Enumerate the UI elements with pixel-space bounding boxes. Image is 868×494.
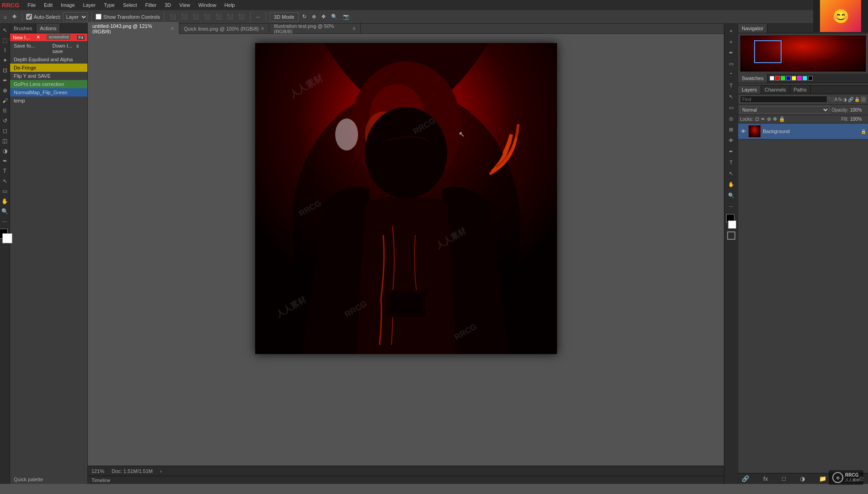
align-center-v-btn[interactable]: ⬛ [214,13,224,21]
eyedropper-tool[interactable]: ✒ [0,76,10,85]
rstrip-icon-6[interactable]: ▭ [726,102,736,113]
menu-select[interactable]: Select [119,1,141,9]
gradient-tool[interactable]: ◫ [0,136,10,145]
menu-help[interactable]: Help [221,1,239,9]
lock-paint-btn[interactable]: ✒ [761,116,765,122]
move-tool-button[interactable]: ✥ [11,13,18,21]
close-tab-3[interactable]: ✕ [352,26,356,31]
rstrip-icon-3[interactable]: ⌃ [726,70,736,80]
tab-navigator[interactable]: Navigator [738,24,767,33]
rotate-3d-btn[interactable]: ↻ [300,13,308,21]
filter-effect-icon[interactable]: fx [838,97,842,102]
swatch-red[interactable] [775,76,780,81]
zoom-tool[interactable]: 🔍 [0,207,10,216]
clone-tool[interactable]: ⎘ [0,106,10,115]
rstrip-icon-8[interactable]: ⊞ [726,124,736,134]
bg-color-strip[interactable] [728,220,736,229]
more-options-btn[interactable]: ··· [254,13,262,21]
more-tools[interactable]: ··· [0,217,10,226]
swatch-yellow[interactable] [792,76,796,81]
rstrip-icon-15[interactable]: ··· [726,201,736,211]
add-effect-btn[interactable]: fx [761,475,770,483]
history-brush[interactable]: ↺ [0,116,10,125]
tab-untitled-1043[interactable]: untitled-1043.png @ 121% (RGB/8) ✕ [88,22,179,36]
swatch-cyan[interactable] [803,76,807,81]
rstrip-icon-4[interactable]: T [726,81,736,91]
collapse-strip-btn[interactable]: « [726,26,736,36]
tab-channels[interactable]: Channels [761,86,790,94]
background-color[interactable] [2,233,12,243]
menu-3d[interactable]: 3D [161,1,175,9]
delete-layer-btn[interactable]: 🗑 [857,475,866,483]
path-selection-tool[interactable]: ↖ [0,177,10,186]
align-right-btn[interactable]: ⬛ [191,13,201,21]
swatch-green[interactable] [781,76,785,81]
canvas-area[interactable]: 人人素材 RRCG RRCG 人人素材 人人素材 RRCG RRCG ↖ [88,34,724,466]
tab-paths[interactable]: Paths [790,86,811,94]
dodge-tool[interactable]: ◑ [0,146,10,156]
rstrip-icon-12[interactable]: ↖ [726,168,736,178]
layer-visibility-eye[interactable]: 👁 [740,128,746,134]
lasso-tool[interactable]: ⌇ [0,46,10,55]
align-bottom-btn[interactable]: ⬛ [225,13,235,21]
add-link-btn[interactable]: 🔗 [740,475,751,483]
rstrip-icon-9[interactable]: 👁 [726,135,736,145]
tab-brushes[interactable]: Brushes [10,24,36,33]
filter-color-icon[interactable]: 🔒 [854,97,860,102]
navigator-viewport-frame[interactable] [754,40,782,63]
magic-wand-tool[interactable]: ✦ [0,56,10,65]
selection-tool[interactable]: ⬚ [0,36,10,45]
quick-mask-btn[interactable] [727,231,735,240]
action-save-for[interactable]: Save fo... [10,42,49,55]
add-adjustment-btn[interactable]: ◑ [798,475,807,483]
home-button[interactable]: ⌂ [2,13,9,21]
rstrip-icon-5[interactable]: ↖ [726,91,736,102]
menu-type[interactable]: Type [100,1,118,9]
add-mask-btn[interactable]: □ [780,475,788,483]
text-tool[interactable]: T [0,166,10,176]
auto-select-checkbox[interactable] [26,14,32,20]
swatch-blue[interactable] [786,76,791,81]
rstrip-icon-11[interactable]: T [726,157,736,167]
doc-arrow[interactable]: › [160,468,162,474]
screenshot-button[interactable]: screenshot [47,34,70,40]
rstrip-icon-10[interactable]: ✒ [726,146,736,156]
move-tool[interactable]: ↖ [0,26,10,35]
action-gopro[interactable]: NormalMap_Flip_Green [10,88,87,97]
orbit-3d-btn[interactable]: ⊕ [310,13,318,21]
tab-layers[interactable]: Layers [738,86,761,94]
shape-tool[interactable]: ▭ [0,187,10,196]
action-depth-equilised[interactable]: De-Fringe [10,64,87,72]
rstrip-icon-14[interactable]: 🔍 [726,190,736,200]
swatch-white[interactable] [770,76,774,81]
align-center-h-btn[interactable]: ⬛ [179,13,189,21]
filter-attr-icon[interactable]: 🔗 [848,97,853,102]
crop-tool[interactable]: ⊡ [0,66,10,75]
tab-actions[interactable]: Actions [36,24,60,33]
menu-layer[interactable]: Layer [80,1,100,9]
rstrip-icon-7[interactable]: ◎ [726,113,736,124]
add-group-btn[interactable]: 📁 [817,475,828,483]
tab-quick-lines[interactable]: Quick lines.png @ 100% (RGB/8) ✕ [179,25,269,33]
pen-tool[interactable]: ✒ [0,156,10,166]
close-tab-1[interactable]: ✕ [171,26,174,31]
menu-view[interactable]: View [176,1,194,9]
rstrip-icon-2[interactable]: ▭ [726,59,736,69]
lock-all-btn[interactable]: 🔒 [779,116,785,122]
blend-mode-dropdown[interactable]: Normal [740,106,830,113]
menu-filter[interactable]: Filter [142,1,160,9]
menu-window[interactable]: Window [195,1,220,9]
transform-checkbox[interactable] [96,14,102,20]
swatch-black[interactable] [808,76,813,81]
auto-select-dropdown[interactable]: Layer [63,12,88,21]
distribute-btn[interactable]: ⬛ [236,13,246,21]
filter-type-icon[interactable]: ⬛ [828,97,834,102]
hand-tool[interactable]: ✋ [0,197,10,206]
brush-tool[interactable]: 🖌 [0,96,10,105]
lock-transparent-btn[interactable]: ⊡ [755,116,759,122]
add-layer-btn[interactable]: + [839,475,846,483]
collapse-2-btn[interactable]: « [726,37,736,47]
quick-palette[interactable]: Quick palette [10,475,87,484]
healing-tool[interactable]: ⊕ [0,86,10,95]
swatch-magenta[interactable] [797,76,802,81]
